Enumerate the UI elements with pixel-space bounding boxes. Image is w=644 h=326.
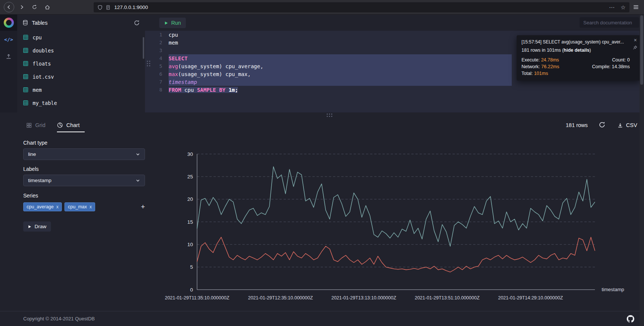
svg-text:15: 15 <box>187 219 193 225</box>
labels-select[interactable]: timestamp <box>23 175 145 186</box>
copyright-text: Copyright © 2014-2021 QuestDB <box>23 316 95 322</box>
svg-text:5: 5 <box>190 264 193 270</box>
menu-icon[interactable] <box>633 4 639 11</box>
scrollbar-thumb[interactable] <box>640 15 643 85</box>
table-icon <box>23 61 28 66</box>
table-item-iot.csv[interactable]: iot.csv <box>17 70 145 83</box>
tables-header: Tables <box>17 15 145 31</box>
table-name: my_table <box>33 100 57 106</box>
code-text: avg(usage_system) cpu_average, <box>169 63 263 69</box>
console-code-icon[interactable]: </> <box>0 33 17 45</box>
add-series-button[interactable]: + <box>141 203 145 211</box>
line-number: 1 <box>145 32 169 37</box>
table-item-my_table[interactable]: my_table <box>17 96 145 109</box>
table-item-floats[interactable]: floats <box>17 57 145 70</box>
labels-label: Labels <box>23 166 39 172</box>
tables-panel: Tables cpudoublesfloatsiot.csvmemmy_tabl… <box>17 15 145 112</box>
forward-button[interactable] <box>16 2 27 12</box>
table-icon <box>23 87 28 93</box>
line-number: 8 <box>145 87 169 93</box>
selection-highlight <box>169 54 512 62</box>
table-icon <box>23 48 28 53</box>
tab-grid[interactable]: Grid <box>26 118 45 133</box>
line-number: 3 <box>145 48 169 53</box>
url-input[interactable] <box>114 4 606 10</box>
grid-icon <box>26 123 32 128</box>
notification-details: Execute: 24.78ms Count: 0 Network: 76.22… <box>521 57 630 76</box>
series-chip-cpu_max[interactable]: cpu_maxx <box>64 202 95 211</box>
series-chip-label: cpu_max <box>68 204 87 209</box>
notification-title: [15:57:54] SELECT avg(usage_system) cpu_… <box>521 39 630 45</box>
active-tab-indicator <box>57 132 85 132</box>
tab-chart[interactable]: Chart <box>57 118 79 133</box>
pin-icon[interactable] <box>633 45 637 51</box>
page-info-icon[interactable] <box>106 5 111 10</box>
page-actions-icon[interactable]: ⋯ <box>609 4 615 11</box>
table-name: iot.csv <box>33 74 54 80</box>
shield-icon[interactable] <box>97 5 103 10</box>
chip-remove-icon[interactable]: x <box>56 204 58 209</box>
svg-text:0: 0 <box>190 287 193 293</box>
reload-icon <box>32 4 37 10</box>
draw-button-label: Draw <box>34 224 46 229</box>
browser-toolbar: ⋯ ☆ <box>0 0 644 15</box>
search-documentation-input[interactable] <box>580 17 639 28</box>
code-text: SELECT <box>169 55 188 61</box>
tables-title: Tables <box>32 20 48 26</box>
editor-line-8[interactable]: 8FROM cpu SAMPLE BY 1m; <box>145 86 640 94</box>
chart-type-label: Chart type <box>23 140 48 146</box>
run-button[interactable]: Run <box>159 18 186 28</box>
splitter-handle[interactable] <box>327 114 332 117</box>
urlbar-actions: ⋯ ☆ <box>609 4 626 11</box>
import-upload-icon[interactable] <box>0 51 17 63</box>
line-number: 2 <box>145 40 169 45</box>
code-text: mem <box>169 40 178 46</box>
draw-button[interactable]: Draw <box>23 221 51 232</box>
results-refresh-icon[interactable] <box>599 121 605 130</box>
svg-text:30: 30 <box>187 151 193 157</box>
chart-type-value: line <box>28 151 36 157</box>
back-button[interactable] <box>4 2 14 12</box>
chip-remove-icon[interactable]: x <box>90 204 92 209</box>
timeseries-chart[interactable]: 0510152025302021-01-29T11:35:10.000000Z2… <box>172 133 644 298</box>
svg-text:2021-01-29T13:13:10.000000Z: 2021-01-29T13:13:10.000000Z <box>331 295 396 301</box>
table-item-mem[interactable]: mem <box>17 83 145 96</box>
table-icon <box>23 74 28 79</box>
url-bar[interactable]: ⋯ ☆ <box>94 2 629 12</box>
tab-chart-label: Chart <box>66 122 79 128</box>
home-icon <box>45 4 50 10</box>
github-icon[interactable] <box>627 315 634 323</box>
footer: Copyright © 2014-2021 QuestDB <box>0 311 644 326</box>
table-name: floats <box>33 61 51 67</box>
reload-button[interactable] <box>29 2 40 12</box>
series-chip-cpu_average[interactable]: cpu_averagex <box>23 202 62 211</box>
svg-text:20: 20 <box>187 196 193 202</box>
table-item-doubles[interactable]: doubles <box>17 44 145 57</box>
panel-resize-handle[interactable] <box>147 61 150 66</box>
table-name: doubles <box>33 48 54 54</box>
tab-grid-label: Grid <box>35 122 45 128</box>
labels-value: timestamp <box>28 178 51 183</box>
download-csv-button[interactable]: CSV <box>617 118 637 133</box>
play-icon <box>28 225 31 229</box>
tables-refresh-icon[interactable] <box>134 20 140 26</box>
line-number: 7 <box>145 79 169 85</box>
close-icon[interactable]: × <box>634 37 637 43</box>
selection-highlight <box>169 78 512 86</box>
page-scrollbar[interactable] <box>640 15 644 326</box>
svg-text:timestamp: timestamp <box>602 287 624 292</box>
tables-scrollbar[interactable] <box>143 37 144 59</box>
code-text: cpu <box>169 32 178 38</box>
svg-text:25: 25 <box>187 174 193 179</box>
code-text: FROM cpu SAMPLE BY 1m; <box>169 87 238 93</box>
svg-text:10: 10 <box>187 242 193 247</box>
hide-details-link[interactable]: hide details <box>564 48 590 53</box>
download-icon <box>617 123 623 128</box>
svg-text:2021-01-29T12:35:10.000000Z: 2021-01-29T12:35:10.000000Z <box>248 295 313 301</box>
questdb-logo-mark <box>4 18 14 28</box>
questdb-logo[interactable] <box>0 15 17 31</box>
chart-type-select[interactable]: line <box>23 148 145 160</box>
table-item-cpu[interactable]: cpu <box>17 31 145 44</box>
home-button[interactable] <box>42 2 52 12</box>
bookmark-star-icon[interactable]: ☆ <box>621 4 626 11</box>
